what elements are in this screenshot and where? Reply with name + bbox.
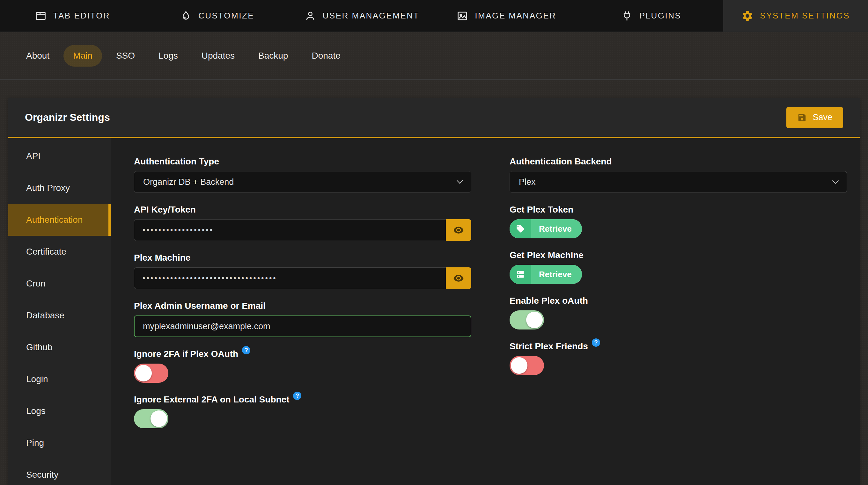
- help-icon[interactable]: ?: [592, 338, 600, 347]
- nav-customize[interactable]: CUSTOMIZE: [145, 0, 289, 32]
- ignore-ext-2fa-label: Ignore External 2FA on Local Subnet ?: [134, 394, 471, 405]
- right-column: Authentication Backend Plex Get Plex Tok…: [509, 156, 847, 485]
- label-text: Enable Plex oAuth: [509, 295, 588, 306]
- plex-machine-input[interactable]: ••••••••••••••••••••••••••••••••••: [134, 267, 446, 289]
- toggle-knob: [526, 312, 543, 328]
- toggle-knob: [151, 411, 167, 427]
- ignore-2fa-toggle[interactable]: [134, 364, 168, 383]
- subnav-sso[interactable]: SSO: [106, 45, 145, 67]
- sidebar-item-security[interactable]: Security: [8, 459, 111, 485]
- label-text: Plex Admin Username or Email: [134, 300, 266, 311]
- label-text: Get Plex Machine: [509, 250, 584, 260]
- subnav-logs[interactable]: Logs: [149, 45, 187, 67]
- server-icon: [509, 265, 531, 284]
- panel-body: API Auth Proxy Authentication Certificat…: [8, 138, 860, 485]
- label-text: Authentication Type: [134, 156, 219, 167]
- chevron-down-icon: [832, 177, 839, 184]
- enable-oauth-label: Enable Plex oAuth: [509, 295, 847, 306]
- subnav-about[interactable]: About: [17, 45, 59, 67]
- nav-label: TAB EDITOR: [53, 11, 110, 21]
- settings-panel: Organizr Settings Save API Auth Proxy Au…: [8, 98, 860, 485]
- help-icon[interactable]: ?: [242, 346, 250, 354]
- help-icon[interactable]: ?: [293, 392, 301, 400]
- ignore-ext-2fa-toggle[interactable]: [134, 409, 168, 428]
- user-icon: [304, 10, 316, 22]
- field-ignore-ext-2fa: Ignore External 2FA on Local Subnet ?: [134, 394, 471, 428]
- retrieve-label: Retrieve: [531, 265, 582, 284]
- sidebar-item-auth-proxy[interactable]: Auth Proxy: [8, 172, 111, 204]
- subnav-main[interactable]: Main: [63, 45, 102, 67]
- plex-machine-label: Plex Machine: [134, 252, 471, 263]
- field-get-plex-token: Get Plex Token Retrieve: [509, 204, 847, 238]
- strict-friends-toggle[interactable]: [509, 356, 544, 375]
- get-plex-machine-label: Get Plex Machine: [509, 250, 847, 260]
- nav-system-settings[interactable]: SYSTEM SETTINGS: [723, 0, 868, 32]
- sidebar-item-logs[interactable]: Logs: [8, 395, 111, 427]
- nav-plugins[interactable]: PLUGINS: [579, 0, 723, 32]
- label-text: API Key/Token: [134, 204, 196, 215]
- nav-label: SYSTEM SETTINGS: [760, 11, 850, 21]
- authentication-type-label: Authentication Type: [134, 156, 471, 167]
- save-button[interactable]: Save: [786, 107, 843, 128]
- chevron-down-icon: [457, 177, 463, 184]
- masked-value: ••••••••••••••••••••••••••••••••••: [143, 274, 277, 283]
- sidebar-item-cron[interactable]: Cron: [8, 268, 111, 299]
- eye-icon: [453, 273, 464, 284]
- get-plex-token-label: Get Plex Token: [509, 204, 847, 215]
- sidebar-item-api[interactable]: API: [8, 140, 111, 172]
- field-plex-machine: Plex Machine •••••••••••••••••••••••••••…: [134, 252, 471, 289]
- label-text: Strict Plex Friends: [509, 341, 588, 352]
- nav-label: PLUGINS: [639, 11, 681, 21]
- sidebar-item-login[interactable]: Login: [8, 363, 111, 395]
- sidebar-item-database[interactable]: Database: [8, 299, 111, 331]
- sidebar-item-authentication[interactable]: Authentication: [8, 204, 111, 236]
- retrieve-label: Retrieve: [531, 219, 582, 238]
- api-key-input[interactable]: ••••••••••••••••••: [134, 219, 446, 241]
- label-text: Plex Machine: [134, 252, 190, 263]
- nav-user-management[interactable]: USER MANAGEMENT: [289, 0, 434, 32]
- save-icon: [797, 113, 807, 122]
- tab-editor-icon: [35, 10, 47, 22]
- page: TAB EDITOR CUSTOMIZE USER MANAGEMENT IMA…: [0, 0, 868, 485]
- image-icon: [456, 10, 468, 22]
- label-text: Ignore 2FA if Plex OAuth: [134, 349, 238, 359]
- field-authentication-backend: Authentication Backend Plex: [509, 156, 847, 193]
- enable-oauth-toggle[interactable]: [509, 311, 544, 329]
- plex-admin-input[interactable]: [134, 316, 471, 337]
- page-title: Organizr Settings: [25, 111, 110, 123]
- authentication-type-select[interactable]: Organizr DB + Backend: [134, 171, 471, 193]
- plex-machine-reveal-button[interactable]: [446, 267, 471, 289]
- eye-icon: [453, 225, 464, 235]
- top-nav: TAB EDITOR CUSTOMIZE USER MANAGEMENT IMA…: [0, 0, 868, 32]
- plex-machine-input-group: ••••••••••••••••••••••••••••••••••: [134, 267, 471, 289]
- nav-image-manager[interactable]: IMAGE MANAGER: [434, 0, 579, 32]
- toggle-knob: [135, 365, 152, 382]
- customize-icon: [180, 10, 192, 22]
- sidebar-item-certificate[interactable]: Certificate: [8, 236, 111, 268]
- nav-label: USER MANAGEMENT: [323, 11, 419, 21]
- sidebar-item-github[interactable]: Github: [8, 331, 111, 363]
- nav-tab-editor[interactable]: TAB EDITOR: [0, 0, 145, 32]
- label-text: Ignore External 2FA on Local Subnet: [134, 394, 289, 405]
- left-column: Authentication Type Organizr DB + Backen…: [134, 156, 471, 485]
- masked-value: ••••••••••••••••••: [143, 226, 214, 234]
- plex-admin-label: Plex Admin Username or Email: [134, 300, 471, 311]
- subnav-donate[interactable]: Donate: [302, 45, 350, 67]
- label-text: Authentication Backend: [509, 156, 612, 167]
- field-authentication-type: Authentication Type Organizr DB + Backen…: [134, 156, 471, 193]
- retrieve-plex-machine-button[interactable]: Retrieve: [509, 265, 582, 284]
- settings-sidebar: API Auth Proxy Authentication Certificat…: [8, 138, 111, 485]
- subnav-backup[interactable]: Backup: [249, 45, 298, 67]
- sidebar-item-ping[interactable]: Ping: [8, 427, 111, 459]
- save-label: Save: [812, 112, 832, 122]
- subnav: About Main SSO Logs Updates Backup Donat…: [0, 32, 868, 80]
- field-enable-oauth: Enable Plex oAuth: [509, 295, 847, 329]
- tag-icon: [509, 219, 531, 238]
- subnav-updates[interactable]: Updates: [192, 45, 244, 67]
- nav-label: CUSTOMIZE: [198, 11, 254, 21]
- select-value: Plex: [519, 177, 536, 187]
- authentication-backend-select[interactable]: Plex: [509, 171, 847, 193]
- retrieve-plex-token-button[interactable]: Retrieve: [509, 219, 582, 238]
- plug-icon: [621, 10, 633, 22]
- api-key-reveal-button[interactable]: [446, 219, 471, 241]
